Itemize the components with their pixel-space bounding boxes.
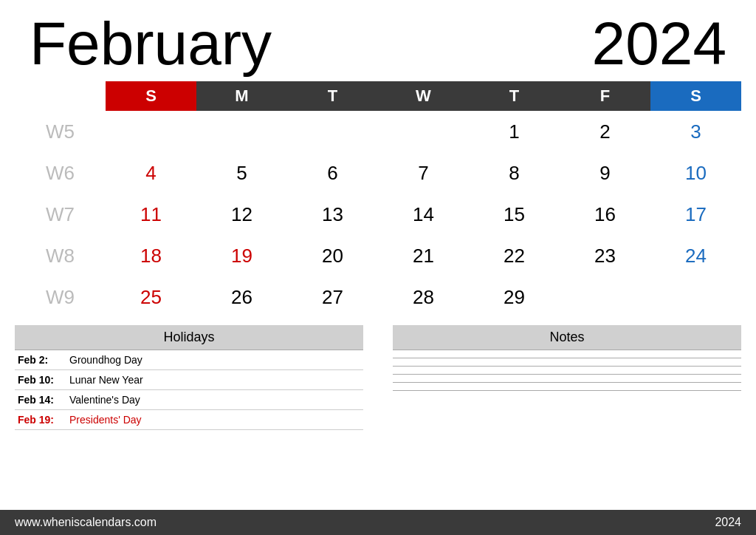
day-cell: 11 xyxy=(106,194,196,235)
notes-lines xyxy=(393,358,741,391)
day-cell: 28 xyxy=(378,276,469,318)
day-cell xyxy=(287,111,378,152)
day-cell: 6 xyxy=(287,152,378,194)
month-title: February xyxy=(30,13,272,74)
week-num-3: W8 xyxy=(15,235,106,276)
week-row-2: W711121314151617 xyxy=(15,194,741,235)
day-cell: 13 xyxy=(287,194,378,235)
holiday-row-2: Feb 14:Valentine's Day xyxy=(15,390,363,410)
holiday-name: Valentine's Day xyxy=(69,394,140,406)
calendar-table: S M T W T F S W5 123W645678910W711121314… xyxy=(15,81,741,318)
day-cell: 16 xyxy=(560,194,650,235)
header-sunday: S xyxy=(106,81,196,111)
day-cell: 15 xyxy=(469,194,560,235)
week-row-1: W645678910 xyxy=(15,152,741,194)
day-cell: 5 xyxy=(196,152,287,194)
holiday-date: Feb 2: xyxy=(18,354,69,366)
calendar-header: February 2024 xyxy=(0,0,756,81)
week-num-header xyxy=(15,81,106,111)
day-cell: 4 xyxy=(106,152,196,194)
holidays-header: Holidays xyxy=(15,325,363,350)
day-cell: 24 xyxy=(650,235,741,276)
week-num-1: W6 xyxy=(15,152,106,194)
day-cell: 2 xyxy=(560,111,650,152)
week-row-0: W5 123 xyxy=(15,111,741,152)
holiday-name: Presidents' Day xyxy=(69,414,142,426)
bottom-section: Holidays Feb 2:Groundhog DayFeb 10:Lunar… xyxy=(0,318,756,510)
header-tuesday: T xyxy=(287,81,378,111)
notes-top-line xyxy=(393,350,741,350)
day-cell: 29 xyxy=(469,276,560,318)
day-cell xyxy=(560,276,650,318)
day-cell: 7 xyxy=(378,152,469,194)
day-cell xyxy=(106,111,196,152)
holiday-date: Feb 10: xyxy=(18,374,69,386)
note-line-0 xyxy=(393,358,741,358)
day-cell: 12 xyxy=(196,194,287,235)
day-cell: 1 xyxy=(469,111,560,152)
header-thursday: T xyxy=(469,81,560,111)
day-cell: 14 xyxy=(378,194,469,235)
day-cell: 17 xyxy=(650,194,741,235)
note-line-3 xyxy=(393,382,741,383)
header-saturday: S xyxy=(650,81,741,111)
day-cell: 21 xyxy=(378,235,469,276)
note-line-2 xyxy=(393,374,741,375)
holiday-name: Groundhog Day xyxy=(69,354,142,366)
holiday-date: Feb 19: xyxy=(18,414,69,426)
week-row-4: W92526272829 xyxy=(15,276,741,318)
footer: www.wheniscalendars.com 2024 xyxy=(0,510,756,535)
notes-header: Notes xyxy=(393,325,741,350)
footer-year: 2024 xyxy=(715,516,741,529)
day-cell: 8 xyxy=(469,152,560,194)
holiday-row-3: Feb 19:Presidents' Day xyxy=(15,410,363,430)
holidays-section: Holidays Feb 2:Groundhog DayFeb 10:Lunar… xyxy=(15,325,363,510)
calendar-wrapper: S M T W T F S W5 123W645678910W711121314… xyxy=(0,81,756,318)
week-num-0: W5 xyxy=(15,111,106,152)
day-cell: 18 xyxy=(106,235,196,276)
year-title: 2024 xyxy=(592,13,726,74)
day-cell: 20 xyxy=(287,235,378,276)
day-cell: 26 xyxy=(196,276,287,318)
day-cell xyxy=(378,111,469,152)
week-num-4: W9 xyxy=(15,276,106,318)
header-monday: M xyxy=(196,81,287,111)
day-cell: 10 xyxy=(650,152,741,194)
day-cell: 22 xyxy=(469,235,560,276)
note-line-1 xyxy=(393,366,741,367)
day-cell xyxy=(196,111,287,152)
footer-url: www.wheniscalendars.com xyxy=(15,516,157,529)
note-line-4 xyxy=(393,390,741,391)
holiday-row-0: Feb 2:Groundhog Day xyxy=(15,350,363,370)
header-friday: F xyxy=(560,81,650,111)
holiday-date: Feb 14: xyxy=(18,394,69,406)
days-header-row: S M T W T F S xyxy=(15,81,741,111)
day-cell: 3 xyxy=(650,111,741,152)
day-cell: 25 xyxy=(106,276,196,318)
notes-section: Notes xyxy=(393,325,741,510)
day-cell: 9 xyxy=(560,152,650,194)
day-cell xyxy=(650,276,741,318)
holidays-list: Feb 2:Groundhog DayFeb 10:Lunar New Year… xyxy=(15,350,363,430)
header-wednesday: W xyxy=(378,81,469,111)
holiday-row-1: Feb 10:Lunar New Year xyxy=(15,370,363,390)
day-cell: 23 xyxy=(560,235,650,276)
week-num-2: W7 xyxy=(15,194,106,235)
holiday-name: Lunar New Year xyxy=(69,374,143,386)
week-row-3: W818192021222324 xyxy=(15,235,741,276)
day-cell: 19 xyxy=(196,235,287,276)
day-cell: 27 xyxy=(287,276,378,318)
